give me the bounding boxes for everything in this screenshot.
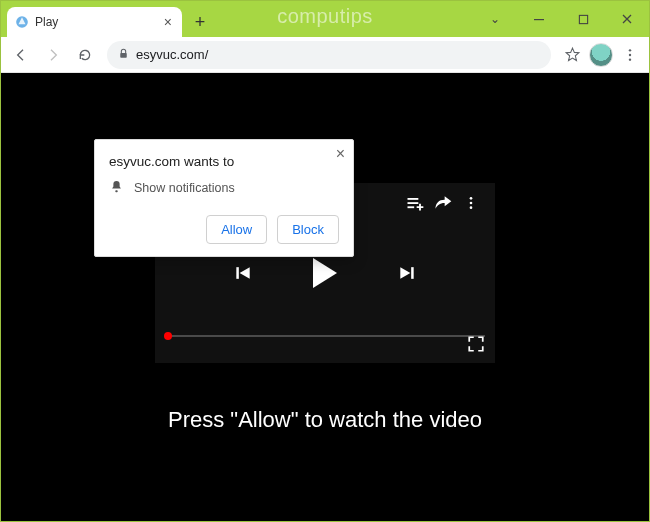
svg-point-12 (470, 202, 473, 205)
svg-point-11 (470, 197, 473, 200)
svg-rect-3 (120, 52, 127, 57)
window-minimize-icon[interactable] (517, 1, 561, 37)
svg-rect-10 (408, 206, 415, 208)
queue-add-icon[interactable] (401, 189, 429, 217)
bookmark-star-icon[interactable] (559, 42, 585, 68)
player-menu-icon[interactable] (457, 189, 485, 217)
address-bar[interactable] (107, 41, 551, 69)
dialog-body: Show notifications (134, 181, 235, 195)
svg-rect-15 (411, 267, 414, 279)
forward-button[interactable] (39, 41, 67, 69)
svg-rect-1 (534, 19, 544, 20)
browser-toolbar (1, 37, 649, 73)
dialog-close-icon[interactable]: × (336, 146, 345, 162)
svg-point-6 (629, 53, 631, 55)
svg-rect-2 (579, 15, 587, 23)
window-controls: ⌄ (473, 1, 649, 37)
new-tab-button[interactable]: + (186, 8, 214, 36)
progress-handle[interactable] (164, 332, 172, 340)
share-arrow-icon[interactable] (429, 189, 457, 217)
notification-permission-dialog: × esyvuc.com wants to Show notifications… (94, 139, 354, 257)
page-content: Press "Allow" to watch the video × esyvu… (1, 73, 649, 521)
tab-title: Play (35, 15, 158, 29)
block-button[interactable]: Block (277, 215, 339, 244)
allow-button[interactable]: Allow (206, 215, 267, 244)
profile-avatar[interactable] (589, 43, 613, 67)
progress-bar[interactable] (165, 335, 485, 337)
next-track-icon[interactable] (393, 259, 421, 287)
window-dropdown-icon[interactable]: ⌄ (473, 1, 517, 37)
url-input[interactable] (136, 47, 541, 62)
page-caption: Press "Allow" to watch the video (168, 407, 482, 433)
window-maximize-icon[interactable] (561, 1, 605, 37)
bell-icon (109, 179, 124, 197)
browser-window: Play × + computips ⌄ (0, 0, 650, 522)
svg-point-5 (629, 49, 631, 51)
lock-icon (117, 46, 130, 64)
svg-rect-14 (236, 267, 239, 279)
tab-favicon (15, 15, 29, 29)
window-close-icon[interactable] (605, 1, 649, 37)
dialog-title: esyvuc.com wants to (109, 154, 339, 169)
tab-close-icon[interactable]: × (164, 15, 172, 29)
svg-point-7 (629, 58, 631, 60)
previous-track-icon[interactable] (229, 259, 257, 287)
back-button[interactable] (7, 41, 35, 69)
player-controls (155, 258, 495, 288)
svg-rect-9 (408, 202, 419, 204)
reload-button[interactable] (71, 41, 99, 69)
browser-menu-icon[interactable] (617, 42, 643, 68)
title-bar: Play × + computips ⌄ (1, 1, 649, 37)
svg-point-13 (470, 206, 473, 209)
svg-rect-16 (115, 190, 118, 192)
watermark-text: computips (277, 5, 373, 28)
browser-tab[interactable]: Play × (7, 7, 182, 37)
fullscreen-icon[interactable] (467, 335, 485, 357)
play-icon[interactable] (313, 258, 337, 288)
svg-rect-8 (408, 198, 419, 200)
